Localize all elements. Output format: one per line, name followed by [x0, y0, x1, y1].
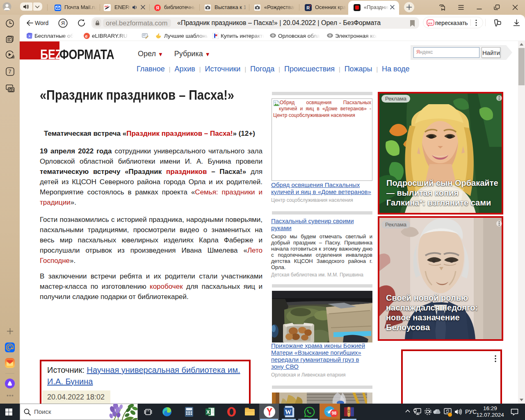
svg-text:7: 7 — [8, 69, 11, 75]
svg-text:««: «« — [428, 21, 433, 25]
svg-text:X: X — [206, 409, 210, 415]
svg-text:W: W — [285, 409, 292, 415]
svg-text:e: e — [85, 34, 88, 39]
svg-text:Я: Я — [156, 5, 160, 10]
svg-text:R: R — [306, 5, 310, 10]
svg-text:Я: Я — [61, 21, 65, 26]
